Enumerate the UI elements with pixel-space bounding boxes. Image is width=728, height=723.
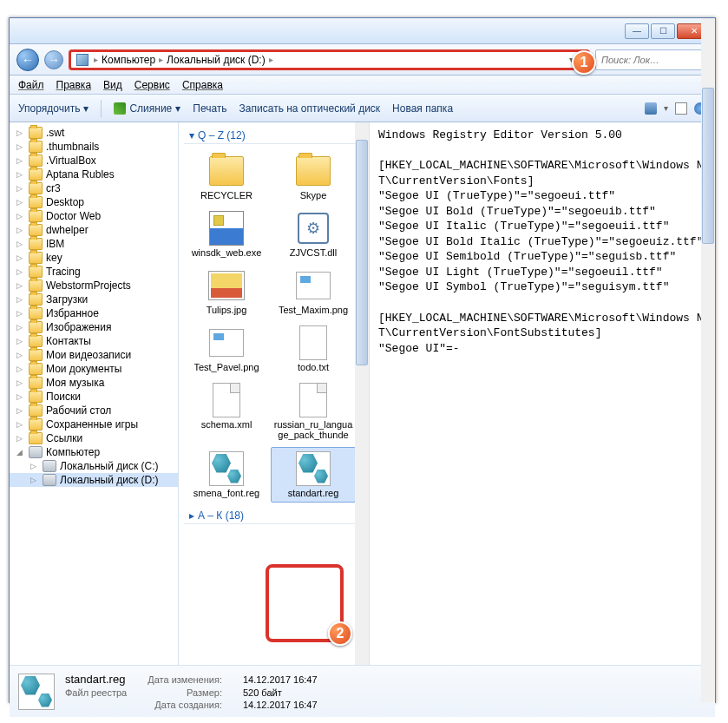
expand-icon[interactable]: ▷ bbox=[16, 434, 25, 443]
file-label: todo.txt bbox=[298, 362, 329, 372]
tree-node[interactable]: ▷Мои видеозаписи bbox=[10, 348, 178, 362]
folder-icon bbox=[29, 127, 43, 139]
expand-icon[interactable]: ▷ bbox=[16, 309, 25, 318]
expand-icon[interactable]: ◢ bbox=[16, 448, 25, 457]
tree-node[interactable]: ▷cr3 bbox=[10, 181, 178, 195]
tree-node[interactable]: ▷.VirtualBox bbox=[10, 154, 178, 168]
expand-icon[interactable]: ▷ bbox=[16, 240, 25, 248]
expand-icon[interactable]: ▷ bbox=[16, 420, 25, 429]
file-item[interactable]: Test_Maxim.png bbox=[271, 264, 356, 319]
expand-icon[interactable]: ▷ bbox=[16, 281, 25, 290]
menu-help[interactable]: Справка bbox=[182, 79, 223, 91]
tree-node[interactable]: ▷Загрузки bbox=[10, 292, 178, 306]
new-folder-button[interactable]: Новая папка bbox=[392, 102, 453, 115]
burn-button[interactable]: Записать на оптический диск bbox=[239, 102, 381, 115]
maximize-button[interactable]: ☐ bbox=[651, 23, 675, 39]
preview-pane-icon[interactable] bbox=[675, 102, 687, 115]
tree-node[interactable]: ▷Aptana Rubles bbox=[10, 168, 178, 181]
scrollbar-thumb[interactable] bbox=[356, 140, 368, 365]
tree-node-computer[interactable]: ◢Компьютер bbox=[10, 445, 178, 459]
scrollbar[interactable] bbox=[355, 122, 369, 665]
menu-file[interactable]: Файл bbox=[18, 79, 44, 91]
tree-node[interactable]: ▷.swt bbox=[10, 126, 178, 140]
forward-button[interactable]: → bbox=[44, 50, 63, 69]
tree-node[interactable]: ▷Мои документы bbox=[10, 362, 178, 376]
tree-node[interactable]: ▷Сохраненные игры bbox=[10, 417, 178, 431]
tree-node[interactable]: ▷IBM bbox=[10, 237, 178, 251]
expand-icon[interactable]: ▷ bbox=[30, 462, 39, 470]
tree-node[interactable]: ▷Ссылки bbox=[10, 431, 178, 445]
expand-icon[interactable]: ▷ bbox=[16, 184, 25, 193]
folder-icon bbox=[29, 266, 43, 278]
file-item[interactable]: Tulips.jpg bbox=[184, 264, 269, 319]
chevron-down-icon[interactable]: ▾ bbox=[664, 103, 668, 113]
expand-icon[interactable]: ▷ bbox=[16, 351, 25, 359]
menu-edit[interactable]: Правка bbox=[56, 79, 92, 91]
merge-button[interactable]: Слияние ▾ bbox=[114, 102, 180, 115]
tree-node-drive[interactable]: ▷Локальный диск (C:) bbox=[10, 459, 178, 473]
expand-icon[interactable]: ▷ bbox=[16, 406, 25, 415]
tree-node[interactable]: ▷dwhelper bbox=[10, 223, 178, 237]
menu-service[interactable]: Сервис bbox=[134, 79, 170, 91]
expand-icon[interactable]: ▷ bbox=[30, 476, 39, 484]
back-button[interactable]: ← bbox=[16, 49, 39, 71]
tree-node[interactable]: ▷Избранное bbox=[10, 306, 178, 320]
file-item[interactable]: winsdk_web.exe bbox=[184, 207, 269, 262]
expand-icon[interactable]: ▷ bbox=[16, 226, 25, 234]
view-options-icon[interactable] bbox=[645, 102, 657, 115]
file-item[interactable]: russian_ru_language_pack_thunde bbox=[271, 378, 356, 444]
expand-icon[interactable]: ▷ bbox=[16, 337, 25, 345]
file-item[interactable]: standart.reg bbox=[271, 447, 356, 503]
drive-icon bbox=[43, 474, 56, 486]
tree-node[interactable]: ▷key bbox=[10, 251, 178, 265]
file-item[interactable]: RECYCLER bbox=[184, 149, 269, 205]
file-label: Test_Pavel.png bbox=[193, 362, 259, 372]
dll-icon bbox=[298, 213, 329, 244]
expand-icon[interactable]: ▷ bbox=[16, 267, 25, 276]
breadcrumb[interactable]: ▸ Компьютер ▸ Локальный диск (D:) ▸ ▾ ↻ … bbox=[69, 49, 590, 70]
file-item[interactable]: smena_font.reg bbox=[184, 447, 269, 503]
tree-node[interactable]: ▷Рабочий стол bbox=[10, 404, 178, 417]
nav-tree[interactable]: ▷.swt▷.thumbnails▷.VirtualBox▷Aptana Rub… bbox=[10, 122, 179, 665]
expand-icon[interactable]: ▷ bbox=[16, 170, 25, 179]
tree-node[interactable]: ▷Tracing bbox=[10, 265, 178, 279]
expand-icon[interactable]: ▷ bbox=[16, 128, 25, 137]
expand-icon[interactable]: ▷ bbox=[16, 323, 25, 332]
expand-icon[interactable]: ▷ bbox=[16, 198, 25, 207]
file-pane[interactable]: ▾ Q – Z (12) RECYCLERSkypewinsdk_web.exe… bbox=[179, 122, 370, 665]
expand-icon[interactable]: ▷ bbox=[16, 142, 25, 151]
expand-icon[interactable]: ▷ bbox=[16, 365, 25, 373]
expand-icon[interactable]: ▷ bbox=[16, 156, 25, 165]
tree-label: Загрузки bbox=[46, 293, 88, 306]
tree-node[interactable]: ▷Поиски bbox=[10, 390, 178, 404]
expand-icon[interactable]: ▷ bbox=[16, 392, 25, 401]
group-header[interactable]: ▾ Q – Z (12) bbox=[184, 128, 364, 144]
tree-node[interactable]: ▷Контакты bbox=[10, 334, 178, 348]
tree-node[interactable]: ▷WebstormProjects bbox=[10, 279, 178, 292]
group-header[interactable]: ▸ А – К (18) bbox=[184, 508, 364, 524]
expand-icon[interactable]: ▷ bbox=[16, 212, 25, 220]
tree-node[interactable]: ▷Doctor Web bbox=[10, 209, 178, 223]
expand-icon[interactable]: ▷ bbox=[16, 378, 25, 387]
tree-node[interactable]: ▷.thumbnails bbox=[10, 140, 178, 154]
tree-node[interactable]: ▷Desktop bbox=[10, 195, 178, 209]
breadcrumb-root[interactable]: Компьютер bbox=[102, 54, 155, 66]
expand-icon[interactable]: ▷ bbox=[16, 295, 25, 304]
expand-icon[interactable]: ▷ bbox=[16, 253, 25, 262]
file-item[interactable]: Skype bbox=[271, 149, 356, 205]
tree-node-drive[interactable]: ▷Локальный диск (D:) bbox=[10, 473, 178, 487]
file-item[interactable]: todo.txt bbox=[271, 321, 356, 377]
file-item[interactable]: ZJVCST.dll bbox=[271, 207, 356, 262]
print-button[interactable]: Печать bbox=[193, 102, 226, 115]
file-item[interactable]: Test_Pavel.png bbox=[184, 321, 269, 377]
group-title: Q – Z (12) bbox=[198, 129, 246, 141]
tree-label: Локальный диск (D:) bbox=[60, 474, 159, 486]
menu-view[interactable]: Вид bbox=[103, 79, 122, 91]
file-item[interactable]: schema.xml bbox=[184, 378, 269, 444]
organize-button[interactable]: Упорядочить ▾ bbox=[18, 102, 89, 115]
breadcrumb-path[interactable]: Локальный диск (D:) bbox=[167, 54, 266, 66]
tree-node[interactable]: ▷Изображения bbox=[10, 320, 178, 334]
minimize-button[interactable]: — bbox=[625, 23, 649, 39]
tree-node[interactable]: ▷Моя музыка bbox=[10, 376, 178, 390]
search-input[interactable] bbox=[595, 49, 708, 70]
